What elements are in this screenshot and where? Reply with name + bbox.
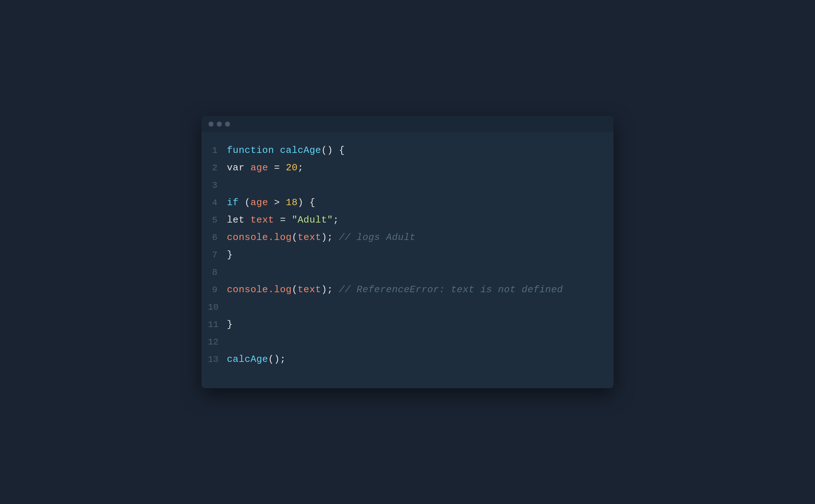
line-number: 7 <box>208 247 227 264</box>
window-dot-minimize[interactable] <box>217 122 222 127</box>
code-line: 1function calcAge() { <box>208 142 607 159</box>
line-number: 8 <box>208 264 227 281</box>
line-content: } <box>227 246 233 263</box>
token-var-text: text <box>298 232 321 243</box>
code-line: 12 <box>208 333 607 351</box>
code-line: 3 <box>208 177 607 194</box>
code-line: 13calcAge(); <box>208 351 607 368</box>
token-brace: } <box>227 319 233 330</box>
editor-window: 1function calcAge() {2 var age = 20;3 4 … <box>201 116 614 388</box>
titlebar <box>201 116 614 132</box>
token-kw-var: var <box>227 162 250 173</box>
token-fn-console: console.log <box>227 284 292 295</box>
token-var-age: age <box>250 197 268 208</box>
code-editor: 1function calcAge() {2 var age = 20;3 4 … <box>201 132 614 381</box>
line-number: 2 <box>208 160 227 177</box>
token-paren: ); <box>321 284 333 295</box>
token-number: 20 <box>286 162 298 173</box>
code-line: 2 var age = 20; <box>208 159 607 177</box>
token-white: ; <box>298 162 304 173</box>
token-string: "Adult" <box>292 215 333 225</box>
line-content: } <box>227 316 233 333</box>
code-line: 4 if (age > 18) { <box>208 194 607 211</box>
line-content: if (age > 18) { <box>227 194 315 211</box>
line-number: 3 <box>208 177 227 194</box>
window-dot-maximize[interactable] <box>225 122 230 127</box>
token-white: ; <box>333 215 339 225</box>
line-content: console.log(text); // ReferenceError: te… <box>227 281 563 298</box>
line-number: 10 <box>208 299 227 316</box>
token-fn-name: calcAge <box>280 145 321 156</box>
token-white <box>333 232 339 243</box>
token-white <box>333 284 339 295</box>
line-content: calcAge(); <box>227 351 286 368</box>
window-dot-close[interactable] <box>209 122 214 127</box>
code-line: 10 <box>208 299 607 316</box>
token-paren: ); <box>321 232 333 243</box>
line-number: 9 <box>208 281 227 299</box>
token-var-text: text <box>250 215 274 225</box>
line-number: 11 <box>208 316 227 333</box>
token-var-age: age <box>250 162 268 173</box>
line-content: console.log(text); // logs Adult <box>227 229 415 246</box>
token-brace: } <box>227 249 233 260</box>
token-kw-if: if <box>227 197 245 208</box>
code-line: 8 <box>208 264 607 281</box>
code-line: 7 } <box>208 246 607 264</box>
token-white: > <box>268 197 286 208</box>
line-number: 4 <box>208 194 227 211</box>
line-content <box>227 299 233 316</box>
token-fn-name: calcAge <box>227 354 268 365</box>
line-content <box>227 333 233 350</box>
code-line: 5 let text = "Adult"; <box>208 211 607 229</box>
token-var-text: text <box>298 284 321 295</box>
token-paren: ) { <box>298 197 315 208</box>
code-line: 9 console.log(text); // ReferenceError: … <box>208 281 607 299</box>
line-number: 1 <box>208 142 227 159</box>
line-number: 13 <box>208 351 227 368</box>
line-content <box>227 264 233 281</box>
token-kw-function: function <box>227 145 280 156</box>
token-number: 18 <box>286 197 298 208</box>
line-content: function calcAge() { <box>227 142 345 159</box>
line-number: 6 <box>208 229 227 246</box>
token-white: = <box>274 215 292 225</box>
token-comment: // logs Adult <box>339 232 416 243</box>
token-paren: ( <box>245 197 251 208</box>
line-content: let text = "Adult"; <box>227 211 339 229</box>
line-number: 5 <box>208 212 227 229</box>
code-line: 6 console.log(text); // logs Adult <box>208 229 607 246</box>
line-content <box>227 177 233 194</box>
token-paren: ( <box>292 284 298 295</box>
token-white: = <box>268 162 286 173</box>
token-paren: (); <box>268 354 286 365</box>
code-line: 11} <box>208 316 607 333</box>
token-kw-let: let <box>227 215 250 225</box>
line-content: var age = 20; <box>227 159 304 176</box>
token-comment: // ReferenceError: text is not defined <box>339 284 563 295</box>
line-number: 12 <box>208 334 227 351</box>
token-paren: () { <box>321 145 345 156</box>
token-paren: ( <box>292 232 298 243</box>
token-fn-console: console.log <box>227 232 292 243</box>
